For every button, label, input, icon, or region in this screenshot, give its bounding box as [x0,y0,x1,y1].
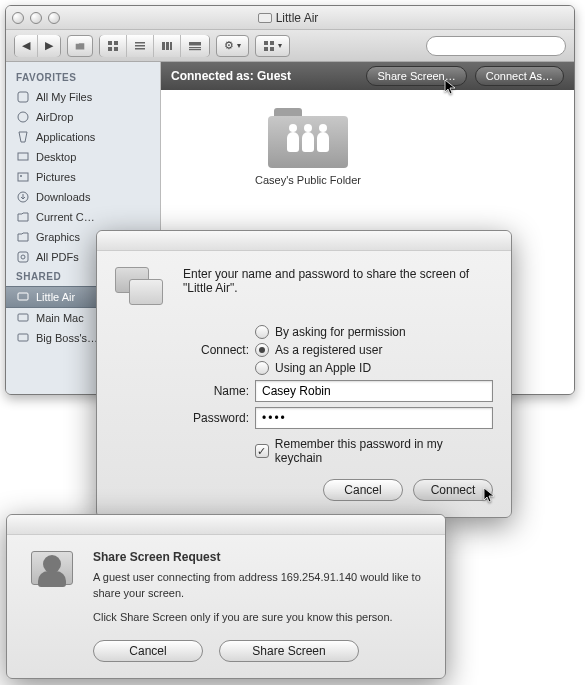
view-coverflow-button[interactable] [181,35,209,57]
view-column-button[interactable] [154,35,181,57]
svg-rect-8 [166,42,169,50]
window-title: Little Air [276,11,319,25]
svg-point-24 [21,255,25,259]
chevron-down-icon: ▾ [278,41,282,50]
share-screen-request-dialog: Share Screen Request A guest user connec… [6,514,446,679]
svg-rect-15 [264,47,268,51]
sidebar-item-label: Graphics [36,231,80,243]
minimize-icon[interactable] [30,12,42,24]
sidebar-item-label: Applications [36,131,95,143]
svg-rect-9 [170,42,172,50]
arrange-menu-button[interactable]: ▾ [255,35,290,57]
action-menu-button[interactable]: ⚙︎ ▾ [216,35,249,57]
checkbox-label: Remember this password in my keychain [275,437,493,465]
sidebar-item-label: AirDrop [36,111,73,123]
path-button[interactable] [67,35,93,57]
cancel-button[interactable]: Cancel [323,479,403,501]
folder-icon [75,40,85,52]
name-field[interactable] [255,380,493,402]
svg-rect-10 [189,42,201,46]
svg-rect-4 [135,42,145,44]
sidebar-item-label: Big Boss's… [36,332,98,344]
sidebar-item-current[interactable]: Current C… [6,207,160,227]
sidebar-item-applications[interactable]: Applications [6,127,160,147]
gear-icon: ⚙︎ [224,39,234,52]
svg-rect-5 [135,45,145,47]
cursor-icon [483,487,497,505]
computer-icon [16,331,30,345]
password-label: Password: [183,411,249,425]
view-icon-button[interactable] [100,35,127,57]
sidebar-item-label: Current C… [36,211,95,223]
search-input[interactable] [426,36,566,56]
svg-rect-14 [270,41,274,45]
dialog-title: Share Screen Request [93,549,427,566]
sidebar-item-label: Little Air [36,291,75,303]
sidebar-item-pictures[interactable]: Pictures [6,167,160,187]
back-button[interactable]: ◀ [15,35,38,57]
dialog-titlebar [7,515,445,535]
remember-password-checkbox[interactable]: ✓ Remember this password in my keychain [255,437,493,465]
airdrop-icon [16,110,30,124]
share-screen-button[interactable]: Share Screen [219,640,359,662]
sidebar-item-all-my-files[interactable]: All My Files [6,87,160,107]
dialog-prompt: Enter your name and password to share th… [183,267,493,295]
svg-rect-26 [18,314,28,321]
smartfolder-icon [16,250,30,264]
radio-registered-user[interactable]: As a registered user [255,343,406,357]
screen-share-icon [115,267,169,315]
password-field[interactable] [255,407,493,429]
computer-icon [16,290,30,304]
desktop-icon [16,150,30,164]
svg-rect-3 [114,47,118,51]
screen-share-request-icon [25,549,79,597]
sidebar-item-airdrop[interactable]: AirDrop [6,107,160,127]
svg-point-21 [20,175,22,177]
svg-rect-20 [18,173,28,181]
svg-rect-16 [270,47,274,51]
svg-point-18 [18,112,28,122]
name-label: Name: [183,384,249,398]
close-icon[interactable] [12,12,24,24]
folder-label: Casey's Public Folder [243,174,373,186]
svg-rect-6 [135,48,145,50]
connect-as-button[interactable]: Connect As… [475,66,564,86]
forward-button[interactable]: ▶ [38,35,60,57]
sidebar-item-desktop[interactable]: Desktop [6,147,160,167]
computer-icon [258,13,272,23]
connect-button[interactable]: Connect [413,479,493,501]
svg-rect-11 [189,47,201,48]
connection-status-label: Connected as: Guest [171,69,291,83]
connection-status-bar: Connected as: Guest Share Screen… Connec… [161,62,574,90]
cancel-button[interactable]: Cancel [93,640,203,662]
chevron-down-icon: ▾ [237,41,241,50]
arrange-icon [263,40,275,52]
svg-rect-19 [18,153,28,160]
svg-rect-23 [18,252,28,262]
radio-label: Using an Apple ID [275,361,371,375]
checkbox-icon: ✓ [255,444,269,458]
columns-icon [161,40,173,52]
titlebar: Little Air [6,6,574,30]
svg-rect-17 [18,92,28,102]
sidebar-section-favorites: FAVORITES [6,68,160,87]
sidebar-item-downloads[interactable]: Downloads [6,187,160,207]
svg-rect-1 [114,41,118,45]
dialog-message-2: Click Share Screen only if you are sure … [93,610,427,626]
folder-icon [16,210,30,224]
svg-rect-27 [18,334,28,341]
sidebar-item-label: Main Mac [36,312,84,324]
pictures-icon [16,170,30,184]
sidebar-item-label: Desktop [36,151,76,163]
view-list-button[interactable] [127,35,154,57]
svg-rect-7 [162,42,165,50]
sidebar-item-label: All PDFs [36,251,79,263]
cursor-icon [444,79,458,97]
coverflow-icon [188,40,202,52]
radio-ask-permission[interactable]: By asking for permission [255,325,406,339]
radio-apple-id[interactable]: Using an Apple ID [255,361,406,375]
zoom-icon[interactable] [48,12,60,24]
svg-rect-12 [189,49,201,50]
radio-label: As a registered user [275,343,382,357]
folder-item[interactable]: Casey's Public Folder [243,108,373,186]
